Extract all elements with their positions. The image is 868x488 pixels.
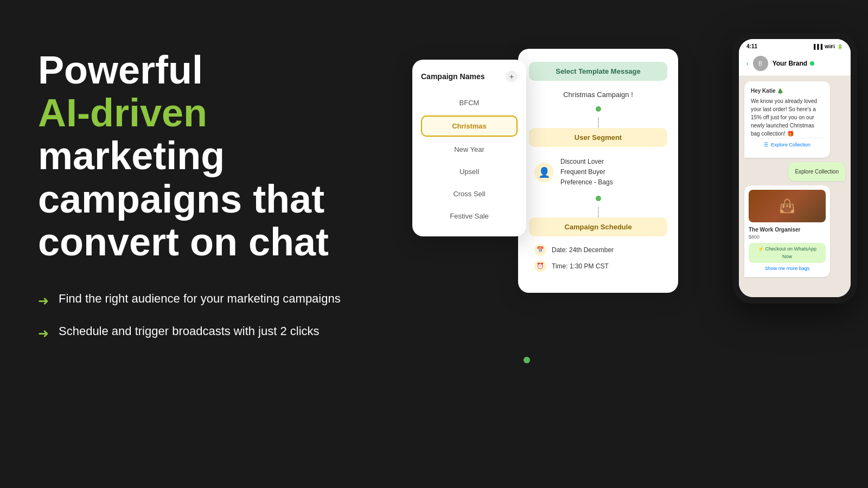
clock-icon: ⏰ <box>534 260 546 272</box>
template-header-label: Select Template Message <box>556 67 641 75</box>
add-campaign-button[interactable]: + <box>506 70 518 82</box>
schedule-date: Date: 24th December <box>552 246 614 254</box>
chat-greeting: Hey Katie 🎄 <box>751 87 824 95</box>
campaign-item-upsell[interactable]: Upsell <box>421 162 518 181</box>
brand-avatar: B <box>753 56 768 71</box>
campaign-item-festivesale[interactable]: Festive Sale <box>421 207 518 226</box>
flow-card: Select Template Message Christmas Campai… <box>518 49 678 293</box>
bullet-item-2: ➜ Schedule and trigger broadcasts with j… <box>38 323 353 343</box>
chat-area: Hey Katie 🎄 We know you already loved yo… <box>739 76 851 297</box>
campaign-card-header: Campaign Names + <box>421 70 518 82</box>
checkout-label: ⚡ Checkout on WhatsApp Now <box>758 246 816 259</box>
schedule-time: Time: 1:30 PM CST <box>552 262 609 270</box>
segment-section: User Segment 👤 Discount Lover Frequent B… <box>529 128 667 201</box>
headline-ai-driven: AI-driven <box>38 91 207 134</box>
explore-collection-button[interactable]: ☰ Explore Collection <box>751 138 824 152</box>
phone-screen: 4:11 ▐▐▐ WiFi 🔋 ‹ B Your Brand <box>739 39 851 297</box>
product-card: 👜 The Work Organiser $800 ⚡ Checkout on … <box>744 185 830 277</box>
verified-dot <box>810 61 814 66</box>
phone-time: 4:11 <box>746 43 757 49</box>
campaign-names-card: Campaign Names + BFCM Christmas New Year… <box>412 60 526 236</box>
template-section: Select Template Message Christmas Campai… <box>529 62 667 112</box>
schedule-section: Campaign Schedule 📅 Date: 24th December … <box>529 217 667 274</box>
bullet-text-1: Find the right audience for your marketi… <box>59 291 341 307</box>
template-section-header: Select Template Message <box>529 62 667 81</box>
wifi-icon: WiFi <box>825 44 835 49</box>
signal-icon: ▐▐▐ <box>812 44 822 49</box>
campaign-item-christmas[interactable]: Christmas <box>421 115 518 137</box>
battery-icon: 🔋 <box>837 44 843 49</box>
schedule-section-header: Campaign Schedule <box>529 217 667 236</box>
template-content: Christmas Campaign ! <box>529 86 667 103</box>
phone-chat-header: ‹ B Your Brand <box>739 52 851 76</box>
frequent-buyer: Frequent Buyer <box>560 168 605 176</box>
flow-dot-1 <box>596 106 601 112</box>
campaign-item-newyear[interactable]: New Year <box>421 140 518 159</box>
segment-header-label: User Segment <box>575 133 622 142</box>
campaign-item-bfcm[interactable]: BFCM <box>421 93 518 112</box>
sent-message-text: Explore Collection <box>795 169 839 175</box>
segment-text: Discount Lover Frequent Buyer Preference… <box>560 157 613 188</box>
arrow-icon-2: ➜ <box>38 324 49 343</box>
phone-status-icons: ▐▐▐ WiFi 🔋 <box>812 44 843 49</box>
arrow-icon-1: ➜ <box>38 292 49 310</box>
headline-line1: Powerful <box>38 48 203 92</box>
bullet-text-2: Schedule and trigger broadcasts with jus… <box>59 323 320 340</box>
preference-bags: Preference - Bags <box>560 178 613 186</box>
show-more-label: Show me more bags <box>765 266 810 271</box>
flow-dot-2 <box>596 196 601 201</box>
headline-line5: convert on chat <box>38 220 329 264</box>
headline-line4: campaigns that <box>38 177 324 221</box>
checkout-button[interactable]: ⚡ Checkout on WhatsApp Now <box>749 243 826 263</box>
back-button[interactable]: ‹ <box>746 60 749 67</box>
flow-connector-2 <box>598 207 599 217</box>
campaign-item-crosssell[interactable]: Cross Sell <box>421 184 518 203</box>
chat-bubble-received: Hey Katie 🎄 We know you already loved yo… <box>744 81 830 158</box>
campaign-card-title: Campaign Names <box>421 72 484 81</box>
discount-lover: Discount Lover <box>560 158 604 165</box>
segment-section-header: User Segment <box>529 128 667 147</box>
product-price: $800 <box>749 234 826 241</box>
phone-status-bar: 4:11 ▐▐▐ WiFi 🔋 <box>739 39 851 52</box>
calendar-icon: 📅 <box>534 244 546 256</box>
schedule-header-label: Campaign Schedule <box>564 223 631 231</box>
campaign-list: BFCM Christmas New Year Upsell Cross Sel… <box>421 93 518 226</box>
schedule-date-row: 📅 Date: 24th December <box>529 242 667 258</box>
segment-icon: 👤 <box>534 163 554 182</box>
brand-name: Your Brand <box>773 60 815 67</box>
mockups-area: Campaign Names + BFCM Christmas New Year… <box>407 0 868 488</box>
segment-row: 👤 Discount Lover Frequent Buyer Preferen… <box>529 152 667 192</box>
bullet-item-1: ➜ Find the right audience for your marke… <box>38 291 353 310</box>
show-more-button[interactable]: Show me more bags <box>749 265 826 273</box>
schedule-time-row: ⏰ Time: 1:30 PM CST <box>529 258 667 274</box>
product-name: The Work Organiser <box>749 226 826 234</box>
left-section: Powerful AI-driven marketing campaigns t… <box>38 49 353 342</box>
product-image: 👜 <box>749 190 826 222</box>
chat-bubble-sent: Explore Collection <box>788 162 845 181</box>
green-dot-indicator <box>524 357 530 363</box>
bullets-list: ➜ Find the right audience for your marke… <box>38 291 353 342</box>
flow-connector-1 <box>598 117 599 128</box>
template-content-text: Christmas Campaign ! <box>563 91 633 99</box>
headline: Powerful AI-driven marketing campaigns t… <box>38 49 353 264</box>
headline-line3: marketing <box>38 134 225 177</box>
phone-mockup: 4:11 ▐▐▐ WiFi 🔋 ‹ B Your Brand <box>732 33 857 304</box>
chat-message-text: We know you already loved your last orde… <box>751 97 824 138</box>
